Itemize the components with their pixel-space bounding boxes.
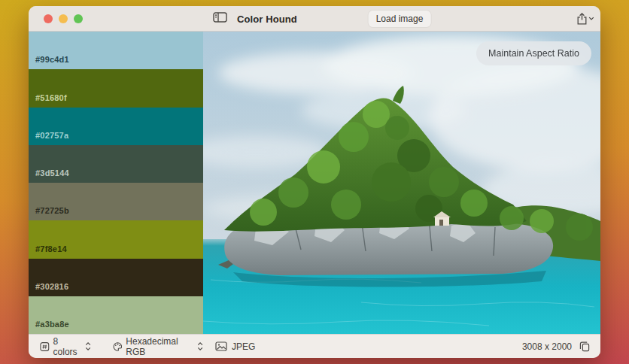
color-swatch[interactable]: #302816 — [29, 259, 203, 296]
swatch-hex-label: #a3ba8e — [35, 320, 69, 329]
traffic-lights — [44, 14, 83, 23]
color-swatch[interactable]: #51680f — [29, 69, 203, 107]
color-swatch[interactable]: #02757a — [29, 108, 203, 145]
status-bar: 8 colors Hexadecimal RGB — [29, 334, 600, 358]
swatch-hex-label: #3d5144 — [35, 168, 69, 177]
maintain-aspect-ratio-button[interactable]: Maintain Aspect Ratio — [476, 41, 591, 65]
swatch-hex-label: #99c4d1 — [35, 55, 69, 64]
share-button[interactable] — [576, 12, 594, 25]
color-count-picker[interactable]: 8 colors — [40, 336, 92, 357]
load-image-button[interactable]: Load image — [369, 11, 431, 27]
palette-icon — [113, 341, 123, 352]
file-type-label: JPEG — [232, 341, 255, 352]
color-swatch[interactable]: #99c4d1 — [29, 32, 203, 69]
stepper-icon — [197, 341, 203, 351]
content-area: #99c4d1#51680f#02757a#3d5144#72725b#7f8e… — [29, 32, 600, 334]
number-square-icon — [40, 341, 50, 352]
palette-sidebar: #99c4d1#51680f#02757a#3d5144#72725b#7f8e… — [29, 32, 203, 334]
minimize-window-button[interactable] — [59, 14, 68, 23]
image-viewer: Maintain Aspect Ratio — [203, 32, 600, 334]
palette-footer: 8 colors Hexadecimal RGB — [29, 336, 203, 357]
color-count-value: 8 colors — [53, 336, 82, 357]
color-format-value: Hexadecimal RGB — [126, 336, 193, 357]
zoom-window-button[interactable] — [74, 14, 83, 23]
color-swatch[interactable]: #3d5144 — [29, 145, 203, 183]
window-title: Color Hound — [237, 13, 297, 24]
swatch-hex-label: #02757a — [35, 131, 68, 140]
share-icon — [576, 12, 588, 25]
swatch-hex-label: #302816 — [35, 282, 68, 291]
copy-icon[interactable] — [579, 341, 590, 352]
photo-icon — [215, 341, 227, 351]
color-swatch[interactable]: #72725b — [29, 183, 203, 220]
color-swatch[interactable]: #7f8e14 — [29, 220, 203, 258]
stepper-icon — [85, 341, 91, 351]
color-swatch[interactable]: #a3ba8e — [29, 296, 203, 334]
swatch-hex-label: #51680f — [35, 93, 67, 102]
sidebar-toggle-icon[interactable] — [213, 11, 227, 26]
close-window-button[interactable] — [44, 14, 53, 23]
color-format-picker[interactable]: Hexadecimal RGB — [113, 336, 203, 357]
swatch-hex-label: #72725b — [35, 206, 69, 215]
swatch-hex-label: #7f8e14 — [35, 244, 67, 253]
title-bar: Color Hound Load image — [29, 6, 600, 32]
loaded-image — [203, 32, 600, 334]
app-window: Color Hound Load image #99c4d1#51680f#02… — [29, 6, 600, 358]
image-dimensions: 3008 x 2000 — [522, 341, 572, 352]
chevron-down-icon — [588, 17, 594, 21]
image-footer: JPEG 3008 x 2000 — [203, 341, 600, 352]
